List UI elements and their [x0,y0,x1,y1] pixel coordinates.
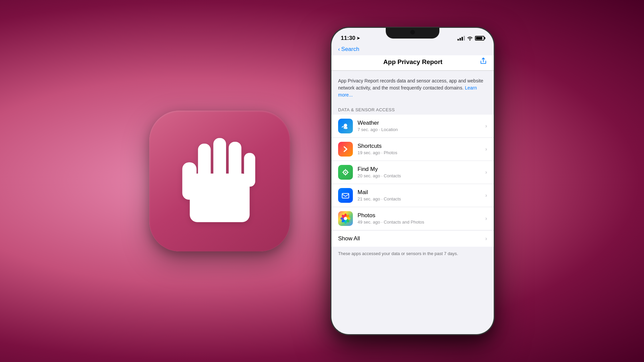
weather-app-icon [338,119,353,133]
app-icon [149,111,290,251]
share-button[interactable] [480,57,487,66]
svg-rect-5 [244,153,255,186]
iphone-screen: 11:30 ➤ [331,28,494,334]
shortcuts-app-detail: 19 sec. ago · Photos [358,150,481,155]
svg-rect-3 [213,138,226,183]
scene: 11:30 ➤ [0,0,644,362]
description-body: App Privacy Report records data and sens… [338,78,483,90]
svg-rect-1 [182,162,196,200]
mail-app-detail: 21 sec. ago · Contacts [358,196,481,201]
wifi-icon [467,36,473,41]
signal-bars-icon [458,36,465,41]
description-section: App Privacy Report records data and sens… [331,71,494,104]
mail-chevron-icon: › [485,192,487,198]
svg-rect-14 [342,193,349,198]
app-icon-wrapper [149,111,290,251]
photos-app-name: Photos [358,212,481,219]
iphone-device: 11:30 ➤ [330,27,495,335]
status-time: 11:30 ➤ [341,35,360,42]
back-navigation[interactable]: ‹ Search [331,45,494,55]
show-all-row[interactable]: Show All › [331,230,494,247]
shortcuts-chevron-icon: › [485,146,487,152]
findmy-app-icon [338,165,353,180]
section-header-text: DATA & SENSOR ACCESS [338,107,395,112]
bar3 [462,37,463,41]
svg-point-7 [344,124,347,127]
shortcuts-app-name: Shortcuts [358,143,481,149]
mail-app-name: Mail [358,189,481,196]
app-list: Weather 7 sec. ago · Location › [331,115,494,230]
back-button[interactable]: ‹ Search [338,46,487,53]
findmy-item-info: Find My 20 sec. ago · Contacts [358,166,481,178]
list-item[interactable]: Shortcuts 19 sec. ago · Photos › [331,138,494,161]
photos-item-info: Photos 49 sec. ago · Contacts and Photos [358,212,481,225]
weather-item-info: Weather 7 sec. ago · Location [358,120,481,132]
findmy-app-detail: 20 sec. ago · Contacts [358,173,481,178]
battery-icon [475,36,484,41]
description-text: App Privacy Report records data and sens… [338,77,487,99]
photos-app-detail: 49 sec. ago · Contacts and Photos [358,220,481,225]
list-item[interactable]: Photos 49 sec. ago · Contacts and Photos… [331,207,494,230]
mail-item-info: Mail 21 sec. ago · Contacts [358,189,481,201]
back-chevron-icon: ‹ [338,46,340,52]
bar1 [458,39,459,41]
battery-fill [476,37,482,40]
section-header: DATA & SENSOR ACCESS [331,104,494,115]
shortcuts-app-icon [338,142,353,157]
shortcuts-item-info: Shortcuts 19 sec. ago · Photos [358,143,481,155]
svg-rect-2 [198,143,211,185]
location-arrow-icon: ➤ [357,36,360,41]
notch [386,28,439,39]
page-header: App Privacy Report [331,55,494,70]
hand-stop-icon [176,132,263,230]
svg-point-9 [345,172,346,173]
mail-app-icon [338,188,353,203]
photos-chevron-icon: › [485,216,487,222]
list-item[interactable]: Find My 20 sec. ago · Contacts › [331,161,494,184]
status-right-icons [458,36,484,41]
weather-chevron-icon: › [485,123,487,129]
photos-app-icon [338,211,353,226]
bar4 [464,36,465,41]
findmy-app-name: Find My [358,166,481,173]
page-title: App Privacy Report [346,58,480,66]
show-all-label: Show All [338,235,360,242]
list-item[interactable]: Mail 21 sec. ago · Contacts › [331,184,494,207]
footer-note-text: These apps accessed your data or sensors… [338,251,487,257]
iphone-wrapper: 11:30 ➤ [330,27,495,335]
weather-app-name: Weather [358,120,481,126]
show-all-chevron-icon: › [485,236,487,242]
time-label: 11:30 [341,35,355,42]
content-area: App Privacy Report records data and sens… [331,71,494,261]
list-item[interactable]: Weather 7 sec. ago · Location › [331,115,494,138]
bar2 [460,38,461,41]
svg-rect-4 [229,142,241,185]
weather-app-detail: 7 sec. ago · Location [358,127,481,132]
footer-note: These apps accessed your data or sensors… [331,247,494,261]
findmy-chevron-icon: › [485,169,487,175]
svg-point-23 [344,217,347,220]
back-label: Search [341,46,359,53]
